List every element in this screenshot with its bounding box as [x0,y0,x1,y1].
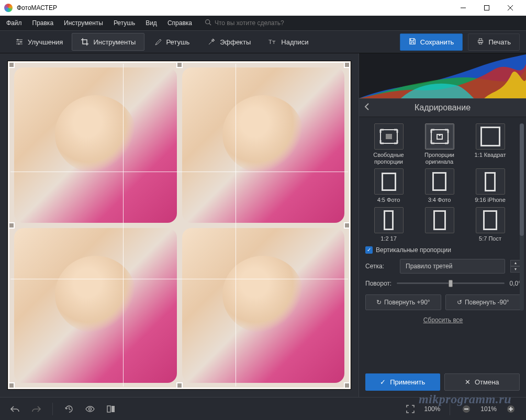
menu-help[interactable]: Справка [165,18,194,28]
preset-label: Пропорции оригинала [416,152,463,165]
preset-original[interactable]: Пропорции оригинала [416,123,463,165]
preset-1-1[interactable]: 1:1 Квадрат [467,123,513,165]
close-button[interactable] [498,0,522,16]
preset-label: Свободные пропорции [365,152,412,165]
tab-effects[interactable]: Эффекты [198,33,260,51]
svg-rect-14 [479,38,482,40]
preset-3-4[interactable]: 3:4 Фото [416,168,463,203]
svg-point-9 [17,39,19,41]
history-button[interactable] [62,402,76,416]
crop-icon [81,38,89,46]
tabbar: Улучшения Инструменты Ретушь Эффекты Tᴛ … [0,30,526,53]
preset-free[interactable]: Свободные пропорции [365,123,412,165]
crop-handle-bl[interactable] [8,382,15,389]
save-button[interactable]: Сохранить [400,33,463,51]
preset-9-16[interactable]: 9:16 iPhone [467,168,513,203]
search-input[interactable] [215,19,319,27]
rotation-label: Поворот: [365,280,391,287]
crop-handle-r[interactable] [344,222,350,229]
crop-handle-tr[interactable] [344,62,350,68]
grid-select[interactable]: Правило третей [400,259,505,274]
preset-5-7[interactable]: 5:7 Пост [467,207,513,242]
cancel-button[interactable]: ✕ Отмена [444,373,520,391]
svg-text:Tᴛ: Tᴛ [268,39,276,45]
rotate-cw-icon: ↻ [376,299,382,306]
crop-handle-l[interactable] [8,222,15,229]
preset-1-2[interactable]: 1:2 17 [365,207,412,242]
preset-label: 1:1 Квадрат [474,152,506,158]
rotation-value: 0,0° [510,280,521,287]
crop-handle-t[interactable] [176,62,183,68]
crop-handle-tl[interactable] [8,62,15,68]
rotate-cw-button[interactable]: ↻ Повернуть +90° [365,294,441,310]
print-button[interactable]: Печать [468,33,520,51]
preset-custom[interactable] [416,207,463,242]
back-button[interactable] [364,103,370,112]
grid-label: Сетка: [365,263,395,270]
preview-button[interactable] [83,402,97,416]
preset-label: 4:5 Фото [377,197,400,203]
preset-label: 3:4 Фото [428,197,451,203]
menu-view[interactable]: Вид [143,18,159,28]
tab-tools[interactable]: Инструменты [72,33,144,51]
maximize-button[interactable] [475,0,498,16]
vertical-proportions-checkbox[interactable]: ✓ Вертикальные пропорции [365,246,521,254]
fit-percent: 100% [424,405,441,413]
checkbox-icon: ✓ [365,246,373,254]
reset-all-link[interactable]: Сбросить все [365,316,521,324]
checkbox-label: Вертикальные пропорции [376,246,451,254]
wand-icon [207,38,216,46]
compare-button[interactable] [104,402,118,416]
crop-frame[interactable] [8,62,350,389]
grid-stepper[interactable]: ▴▾ [510,260,521,273]
rotation-slider[interactable] [397,280,504,287]
fit-screen-button[interactable] [404,402,417,416]
svg-rect-23 [111,406,115,412]
tab-label: Ретушь [166,38,189,46]
save-icon [409,38,416,47]
zoom-percent: 101% [480,405,497,413]
menu-edit[interactable]: Правка [30,18,56,28]
zoom-in-button[interactable] [504,402,518,416]
zoom-out-button[interactable] [460,402,473,416]
app-logo-icon [4,4,13,12]
window-title: ФотоМАСТЕР [17,4,451,12]
undo-button[interactable] [8,402,22,416]
preset-4-5[interactable]: 4:5 Фото [365,168,412,203]
panel-title: Кадрирование [415,103,471,112]
save-label: Сохранить [420,38,454,46]
apply-button[interactable]: ✓ Применить [365,373,440,391]
tab-label: Надписи [281,38,308,46]
svg-rect-17 [386,134,392,139]
crop-handle-br[interactable] [344,382,350,389]
text-icon: Tᴛ [268,38,277,46]
histogram [359,53,526,98]
redo-button[interactable] [29,402,43,416]
panel-scrollbar[interactable] [520,123,524,311]
tab-enhancements[interactable]: Улучшения [6,33,72,51]
menu-retouch[interactable]: Ретушь [111,18,137,28]
print-icon [477,38,484,47]
tab-retouch[interactable]: Ретушь [144,33,198,51]
print-label: Печать [488,38,511,46]
tab-captions[interactable]: Tᴛ Надписи [260,33,317,51]
thirds-grid-overlay [10,64,348,387]
brush-icon [153,38,162,46]
search-icon [205,19,211,27]
svg-point-21 [89,407,92,410]
tab-label: Улучшения [28,38,63,46]
rotate-ccw-button[interactable]: ↺ Повернуть -90° [445,294,521,310]
preset-label: 5:7 Пост [479,235,501,242]
scrollbar-thumb[interactable] [520,123,524,236]
svg-rect-22 [107,406,110,412]
bottom-toolbar: 100% 101% [0,397,526,420]
menu-file[interactable]: Файл [4,18,24,28]
image-canvas[interactable] [7,61,351,390]
minimize-button[interactable] [451,0,475,16]
menubar: Файл Правка Инструменты Ретушь Вид Справ… [0,16,526,30]
canvas-area [0,53,359,397]
svg-point-20 [439,134,441,136]
svg-point-4 [206,20,210,24]
crop-handle-b[interactable] [176,382,183,389]
menu-tools[interactable]: Инструменты [62,18,105,28]
